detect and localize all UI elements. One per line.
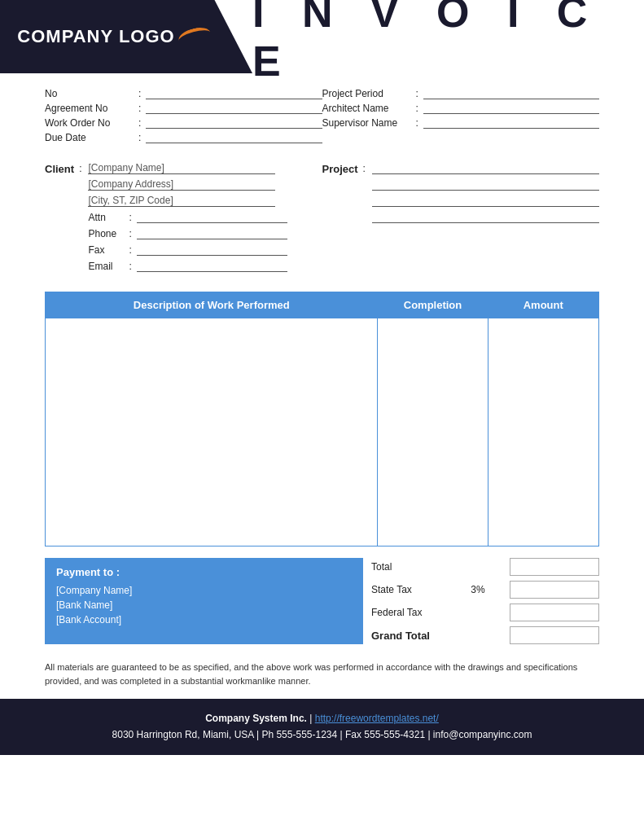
payment-section: Payment to : [Company Name] [Bank Name] … — [0, 546, 644, 652]
meta-project-period-label: Project Period — [322, 88, 416, 99]
totals-block: Total State Tax 3% Federal Tax Grand Tot… — [371, 558, 599, 644]
meta-workorder-line — [146, 117, 322, 129]
meta-duedate: Due Date : — [45, 132, 322, 143]
project-fields — [372, 163, 599, 223]
client-attn-row: Attn : — [88, 212, 287, 223]
client-fax-colon: : — [129, 244, 131, 256]
client-address-field[interactable]: [Company Address] — [88, 179, 275, 191]
col-amount: Amount — [488, 292, 599, 318]
grand-total-value-box[interactable] — [510, 626, 599, 644]
meta-project-period-colon: : — [416, 88, 418, 99]
meta-agreement: Agreement No : — [45, 103, 322, 114]
table-row — [46, 318, 599, 546]
meta-agreement-colon: : — [138, 103, 141, 114]
client-attn-field[interactable] — [137, 212, 287, 223]
state-tax-percent: 3% — [471, 584, 484, 595]
client-email-label: Email — [88, 261, 129, 272]
client-email-field[interactable] — [137, 261, 287, 272]
client-email-row: Email : — [88, 261, 287, 272]
meta-row-2: Agreement No : Architect Name : — [45, 103, 599, 114]
federal-tax-value-box[interactable] — [510, 604, 599, 621]
meta-row-4: Due Date : — [45, 132, 599, 143]
client-fax-field[interactable] — [137, 244, 287, 256]
client-fields: [Company Name] [Company Address] [City, … — [88, 163, 287, 272]
grand-total-row: Grand Total — [371, 626, 599, 644]
client-phone-row: Phone : — [88, 228, 287, 239]
footer-address: 8030 Harrington Rd, Miami, USA — [112, 729, 254, 740]
disclaimer-section: All materials are guaranteed to be as sp… — [0, 652, 644, 699]
client-city-placeholder: [City, ST, ZIP Code] — [88, 195, 173, 206]
page-header: COMPANY LOGO I N V O I C E — [0, 0, 644, 73]
client-email-colon: : — [129, 261, 131, 272]
meta-architect-label: Architect Name — [322, 103, 416, 114]
logo-arc-icon — [177, 24, 212, 49]
state-tax-value-box[interactable] — [510, 581, 599, 599]
meta-architect: Architect Name : — [322, 103, 600, 114]
meta-row-1: No : Project Period : — [45, 88, 599, 99]
footer-line-1: Company System Inc. | http://freewordtem… — [8, 710, 636, 726]
client-fax-label: Fax — [88, 244, 129, 256]
meta-no-label: No — [45, 88, 138, 99]
meta-supervisor-colon: : — [416, 117, 418, 129]
total-value-box[interactable] — [510, 558, 599, 576]
meta-agreement-line — [146, 103, 322, 114]
client-name-placeholder: [Company Name] — [88, 162, 164, 173]
meta-project-period: Project Period : — [322, 88, 600, 99]
meta-no-line — [146, 88, 322, 99]
footer-website[interactable]: http://freewordtemplates.net/ — [315, 713, 439, 724]
footer-fax: Fax 555-555-4321 — [345, 729, 425, 740]
meta-duedate-label: Due Date — [45, 132, 138, 143]
meta-row-3: Work Order No : Supervisor Name : — [45, 117, 599, 129]
payment-account: [Bank Account] — [56, 614, 352, 626]
work-table-section: Description of Work Performed Completion… — [0, 280, 644, 546]
state-tax-row: State Tax 3% — [371, 581, 599, 599]
meta-supervisor-line — [423, 117, 599, 129]
meta-empty — [322, 132, 600, 143]
client-phone-colon: : — [129, 228, 131, 239]
disclaimer-text: All materials are guaranteed to be as sp… — [45, 661, 599, 687]
total-row: Total — [371, 558, 599, 576]
table-header-row: Description of Work Performed Completion… — [46, 292, 599, 318]
meta-agreement-label: Agreement No — [45, 103, 138, 114]
project-field-2[interactable] — [372, 179, 599, 191]
client-phone-label: Phone — [88, 228, 129, 239]
invoice-title-block: I N V O I C E — [252, 0, 644, 73]
client-fax-row: Fax : — [88, 244, 287, 256]
footer: Company System Inc. | http://freewordtem… — [0, 699, 644, 755]
footer-company-name: Company System Inc. — [205, 713, 307, 724]
meta-architect-line — [423, 103, 599, 114]
total-label: Total — [371, 561, 453, 573]
col-description: Description of Work Performed — [46, 292, 378, 318]
meta-workorder-colon: : — [138, 117, 141, 129]
meta-section: No : Project Period : Agreement No : Arc… — [0, 73, 644, 155]
project-field-4[interactable] — [372, 212, 599, 223]
client-name-field[interactable]: [Company Name] — [88, 163, 275, 174]
logo-block: COMPANY LOGO — [0, 0, 252, 73]
client-address-placeholder: [Company Address] — [88, 178, 173, 190]
project-label: Project — [322, 163, 358, 175]
client-phone-field[interactable] — [137, 228, 287, 239]
meta-workorder: Work Order No : — [45, 117, 322, 129]
project-colon: : — [363, 163, 366, 174]
amount-cell[interactable] — [488, 318, 599, 546]
meta-architect-colon: : — [416, 103, 418, 114]
client-attn-label: Attn — [88, 212, 129, 223]
meta-duedate-line — [146, 132, 322, 143]
state-tax-label: State Tax — [371, 584, 453, 595]
client-attn-colon: : — [129, 212, 131, 223]
client-block: Client : [Company Name] [Company Address… — [45, 163, 322, 272]
invoice-title: I N V O I C E — [252, 0, 644, 86]
logo-text: COMPANY LOGO — [17, 26, 174, 47]
federal-tax-label: Federal Tax — [371, 607, 453, 618]
meta-no-colon: : — [138, 88, 141, 99]
footer-email: info@companyinc.com — [433, 729, 532, 740]
completion-cell[interactable] — [378, 318, 488, 546]
meta-duedate-colon: : — [138, 132, 141, 143]
work-description-cell[interactable] — [46, 318, 378, 546]
client-city-field[interactable]: [City, ST, ZIP Code] — [88, 195, 275, 207]
project-block: Project : — [322, 163, 600, 223]
project-field-1[interactable] — [372, 163, 599, 174]
payment-company: [Company Name] — [56, 585, 352, 596]
client-label: Client — [45, 163, 74, 272]
project-field-3[interactable] — [372, 195, 599, 207]
